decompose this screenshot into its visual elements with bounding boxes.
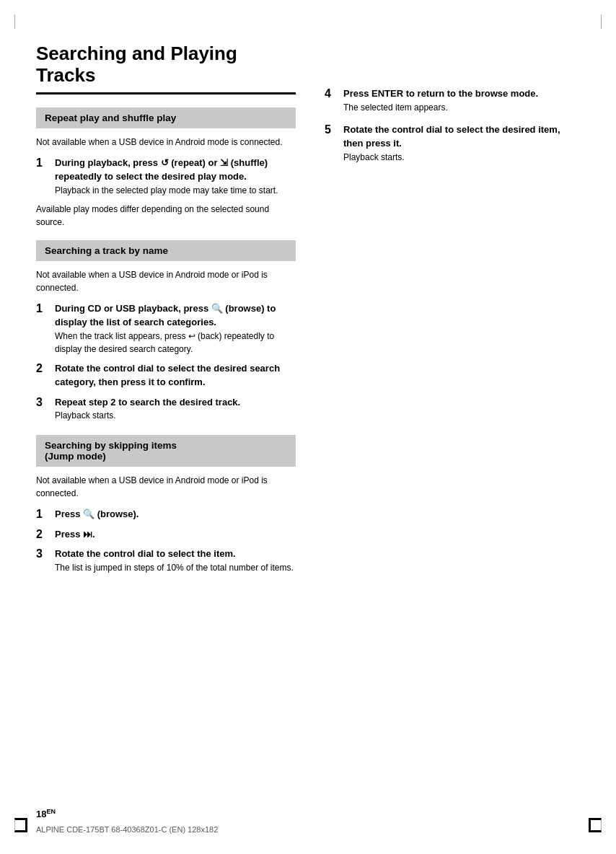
section3-note: Not available when a USB device in Andro… (36, 474, 296, 500)
step-sub-text: The selected item appears. (343, 101, 538, 114)
step-main-text: During CD or USB playback, press 🔍 (brow… (55, 301, 296, 330)
section1-note: Not available when a USB device in Andro… (36, 136, 296, 149)
step-number: 1 (36, 507, 49, 521)
step-item: 1 During playback, press ↺ (repeat) or ⇲… (36, 156, 296, 197)
step-item: 3 Rotate the control dial to select the … (36, 547, 296, 574)
step-content: Rotate the control dial to select the de… (343, 123, 570, 164)
step-number: 5 (325, 123, 338, 164)
step-content: Press ENTER to return to the browse mode… (343, 87, 538, 114)
step-content: Rotate the control dial to select the de… (55, 361, 296, 389)
step-item: 1 Press 🔍 (browse). (36, 507, 296, 521)
page-number: 18EN (36, 808, 56, 819)
step-number: 2 (36, 361, 49, 389)
step-content: During CD or USB playback, press 🔍 (brow… (55, 301, 296, 356)
step-content: Repeat step 2 to search the desired trac… (55, 395, 240, 423)
footer-text: ALPINE CDE-175BT 68-40368Z01-C (EN) 128x… (36, 825, 218, 834)
step-sub-text: Playback starts. (55, 409, 240, 422)
step-item: 5 Rotate the control dial to select the … (325, 123, 570, 164)
step-number: 3 (36, 547, 49, 574)
step-main-text: Press ⏭. (55, 527, 95, 542)
step-item: 1 During CD or USB playback, press 🔍 (br… (36, 301, 296, 356)
step-content: Press ⏭. (55, 527, 95, 542)
step-main-text: Press 🔍 (browse). (55, 507, 138, 521)
right-column: 4 Press ENTER to return to the browse mo… (317, 43, 570, 825)
section3-container: Searching by skipping items(Jump mode) N… (36, 435, 296, 574)
section-header-search-name: Searching a track by name (36, 240, 296, 261)
section2-note: Not available when a USB device in Andro… (36, 268, 296, 294)
step-number: 1 (36, 156, 49, 197)
page-title: Searching and Playing Tracks (36, 43, 296, 94)
step-number: 3 (36, 395, 49, 423)
step-number: 4 (325, 87, 338, 114)
step-main-text: Rotate the control dial to select the de… (343, 123, 570, 151)
step-sub-text: When the track list appears, press ↩ (ba… (55, 330, 296, 356)
step-item: 3 Repeat step 2 to search the desired tr… (36, 395, 296, 423)
step-sub-text: Playback starts. (343, 151, 570, 164)
step-sub-text: Playback in the selected play mode may t… (55, 184, 296, 197)
left-column: Searching and Playing Tracks Repeat play… (36, 43, 317, 825)
step-item: 2 Press ⏭. (36, 527, 296, 542)
step-number: 2 (36, 527, 49, 542)
footer: ALPINE CDE-175BT 68-40368Z01-C (EN) 128x… (36, 825, 580, 834)
step-content: Rotate the control dial to select the it… (55, 547, 294, 574)
step-sub-text: The list is jumped in steps of 10% of th… (55, 561, 294, 574)
step-main-text: Rotate the control dial to select the de… (55, 361, 296, 389)
step-content: During playback, press ↺ (repeat) or ⇲ (… (55, 156, 296, 197)
step-main-text: Press ENTER to return to the browse mode… (343, 87, 538, 101)
step-content: Press 🔍 (browse). (55, 507, 138, 521)
section-header-jump: Searching by skipping items(Jump mode) (36, 435, 296, 467)
step-main-text: Repeat step 2 to search the desired trac… (55, 395, 240, 410)
section-header-repeat: Repeat play and shuffle play (36, 107, 296, 128)
available-note-section1: Available play modes differ depending on… (36, 203, 296, 229)
step-item: 2 Rotate the control dial to select the … (36, 361, 296, 389)
step-item: 4 Press ENTER to return to the browse mo… (325, 87, 570, 114)
step-main-text: Rotate the control dial to select the it… (55, 547, 294, 561)
step-number: 1 (36, 301, 49, 356)
step-main-text: During playback, press ↺ (repeat) or ⇲ (… (55, 156, 296, 184)
